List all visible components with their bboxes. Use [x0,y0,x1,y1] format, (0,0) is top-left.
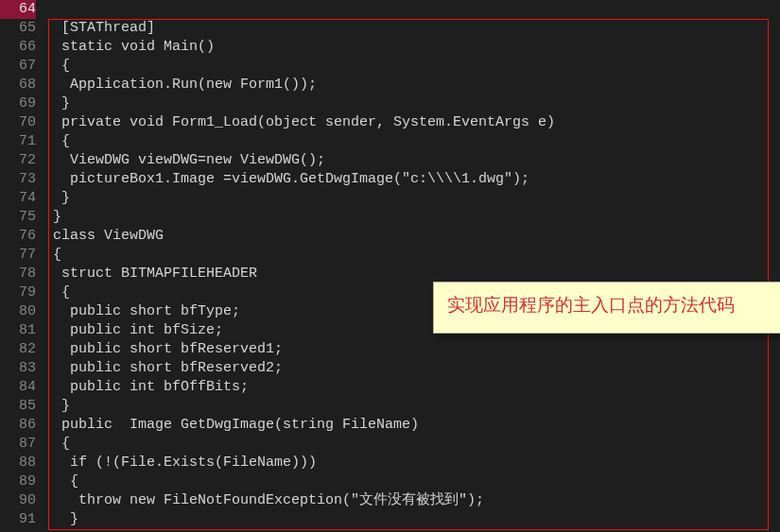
line-number: 83 [0,359,36,378]
code-area: [STAThread] static void Main() { Applica… [45,0,780,529]
line-number: 75 [0,208,36,227]
line-number: 88 [0,454,36,472]
line-number: 64 [0,0,36,19]
code-line: Application.Run(new Form1()); [45,76,780,94]
code-line [45,0,780,19]
line-number: 74 [0,189,36,208]
code-line: ViewDWG viewDWG=new ViewDWG(); [45,151,780,170]
line-number: 89 [0,472,36,491]
code-line: } [45,397,780,416]
line-number: 79 [0,283,36,302]
line-number: 86 [0,416,36,435]
code-line: private void Form1_Load(object sender, S… [45,113,780,132]
code-line: { [45,472,780,491]
line-number: 85 [0,397,36,416]
code-line: } [45,189,780,208]
code-editor[interactable]: [STAThread] static void Main() { Applica… [45,0,780,532]
line-number: 91 [0,510,36,529]
line-number: 72 [0,151,36,170]
code-line: { [45,132,780,151]
line-number: 90 [0,491,36,510]
annotation-text: 实现应用程序的主入口点的方法代码 [447,295,735,315]
line-number: 82 [0,340,36,359]
line-number: 84 [0,378,36,397]
code-line: { [45,435,780,454]
code-line: pictureBox1.Image =viewDWG.GetDwgImage("… [45,170,780,189]
line-number: 78 [0,265,36,283]
line-number: 68 [0,76,36,94]
line-number-gutter: 6465666768697071727374757677787980818283… [0,0,45,532]
code-line: public Image GetDwgImage(string FileName… [45,416,780,435]
code-line: public short bfReserved1; [45,340,780,359]
line-number: 73 [0,170,36,189]
line-number: 87 [0,435,36,454]
code-line: { [45,246,780,265]
code-line: } [45,208,780,227]
line-number: 67 [0,57,36,76]
line-number: 66 [0,38,36,57]
code-line: if (!(File.Exists(FileName))) [45,454,780,472]
code-line: throw new FileNotFoundException("文件没有被找到… [45,491,780,510]
code-line: public short bfReserved2; [45,359,780,378]
code-line: static void Main() [45,38,780,57]
code-line: { [45,57,780,76]
line-number: 76 [0,227,36,246]
code-line: public int bfOffBits; [45,378,780,397]
line-number: 80 [0,302,36,321]
code-line: class ViewDWG [45,227,780,246]
line-number: 69 [0,94,36,113]
code-line: } [45,94,780,113]
code-line: [STAThread] [45,19,780,38]
annotation-box: 实现应用程序的主入口点的方法代码 [433,282,780,334]
line-number: 81 [0,321,36,340]
code-line: struct BITMAPFILEHEADER [45,265,780,283]
line-number: 71 [0,132,36,151]
code-line: } [45,510,780,529]
line-number: 70 [0,113,36,132]
line-number: 77 [0,246,36,265]
line-number: 65 [0,19,36,38]
